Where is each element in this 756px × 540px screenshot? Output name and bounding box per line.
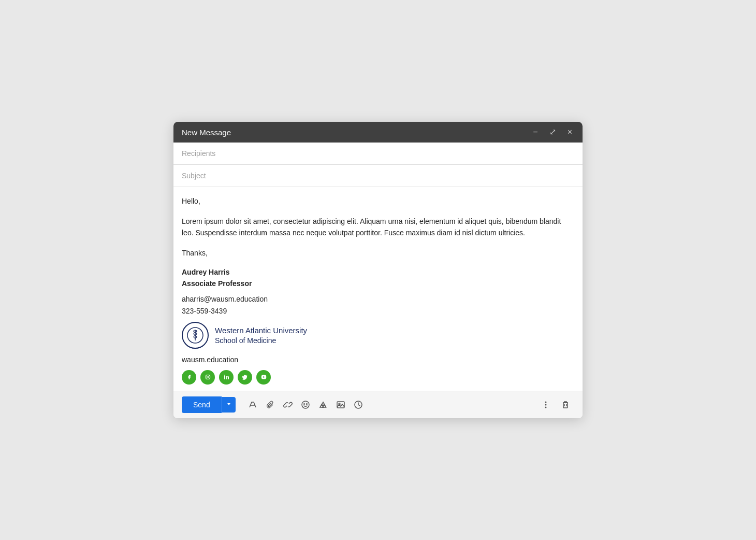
- twitter-icon[interactable]: [238, 370, 252, 385]
- compose-title: New Message: [182, 128, 231, 137]
- svg-point-10: [306, 403, 307, 404]
- sig-school-line2: School of Medicine: [215, 336, 307, 346]
- header-controls: − ⤢ ×: [531, 127, 574, 137]
- sig-social-icons: [182, 370, 574, 385]
- minimize-button[interactable]: −: [531, 127, 540, 137]
- delete-button[interactable]: [557, 397, 574, 413]
- svg-point-15: [545, 404, 547, 405]
- more-options-button[interactable]: [537, 397, 555, 413]
- school-logo: [182, 322, 209, 349]
- svg-rect-17: [563, 403, 568, 408]
- subject-row: [173, 165, 583, 187]
- compose-toolbar: Send: [173, 391, 583, 418]
- compose-header: New Message − ⤢ ×: [173, 122, 583, 143]
- link-button[interactable]: [279, 397, 297, 413]
- linkedin-icon[interactable]: [219, 370, 234, 385]
- email-signature: Audrey Harris Associate Professor aharri…: [182, 267, 574, 385]
- facebook-icon[interactable]: [182, 370, 196, 385]
- svg-point-7: [224, 375, 225, 376]
- sig-email: aharris@wausm.education: [182, 293, 574, 305]
- sig-title: Associate Professor: [182, 278, 574, 289]
- send-dropdown-button[interactable]: [222, 397, 236, 413]
- closing-text: Thanks,: [182, 247, 574, 259]
- svg-point-8: [302, 401, 309, 408]
- toolbar-left: Send: [182, 396, 367, 413]
- svg-point-14: [545, 401, 547, 403]
- subject-input[interactable]: [182, 172, 574, 180]
- sig-phone: 323-559-3439: [182, 305, 574, 317]
- emoji-button[interactable]: [297, 397, 314, 413]
- instagram-icon[interactable]: [200, 370, 215, 385]
- send-button[interactable]: Send: [182, 396, 222, 413]
- sig-school-name: Western Atlantic University School of Me…: [215, 325, 307, 346]
- close-button[interactable]: ×: [565, 127, 574, 137]
- greeting-text: Hello,: [182, 195, 574, 207]
- recipients-row: [173, 143, 583, 165]
- expand-button[interactable]: ⤢: [547, 127, 558, 137]
- svg-rect-6: [224, 376, 225, 379]
- svg-point-16: [545, 406, 547, 408]
- send-btn-group: Send: [182, 396, 236, 413]
- svg-point-4: [207, 376, 209, 378]
- body-paragraph: Lorem ipsum dolor sit amet, consectetur …: [182, 216, 574, 239]
- attach-button[interactable]: [261, 397, 279, 413]
- svg-point-9: [303, 403, 304, 404]
- format-text-button[interactable]: [244, 397, 261, 413]
- sig-logo-row: Western Atlantic University School of Me…: [182, 322, 574, 349]
- svg-rect-11: [337, 402, 344, 408]
- svg-point-5: [209, 375, 209, 376]
- photo-button[interactable]: [332, 397, 350, 413]
- drive-button[interactable]: [314, 397, 332, 413]
- sig-name: Audrey Harris: [182, 267, 574, 278]
- sig-website: wausm.education: [182, 354, 574, 365]
- youtube-icon[interactable]: [256, 370, 271, 385]
- compose-body: Hello, Lorem ipsum dolor sit amet, conse…: [173, 187, 583, 390]
- schedule-button[interactable]: [350, 397, 367, 413]
- compose-window: New Message − ⤢ × Hello, Lorem ipsum dol…: [173, 122, 583, 418]
- sig-school-line1: Western Atlantic University: [215, 325, 307, 336]
- toolbar-right: [537, 397, 574, 413]
- recipients-input[interactable]: [182, 149, 574, 158]
